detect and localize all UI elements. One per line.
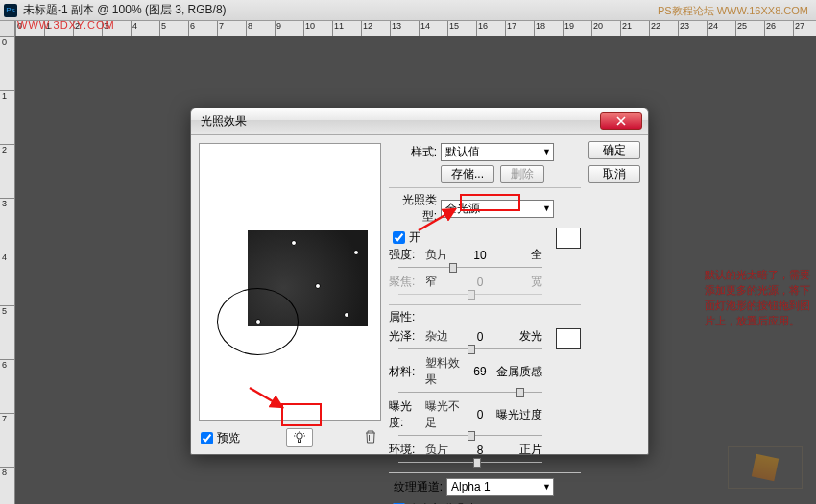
properties-label: 属性: [389, 309, 581, 325]
focus-value: 0 [468, 276, 492, 289]
annotation-text: 默认的光太暗了，需要添加更多的光源，将下面灯泡形的按钮拖到图片上，放置后应用。 [705, 267, 810, 328]
preview-pane[interactable] [199, 143, 381, 421]
texture-select[interactable]: Alpha 1▼ [446, 478, 554, 496]
dialog-title: 光照效果 [201, 113, 247, 130]
ambience-right: 正片 [492, 442, 542, 458]
ruler-corner [0, 21, 15, 36]
preview-checkbox[interactable] [201, 432, 213, 444]
white-high-label: 白色部分凸出 [409, 501, 478, 505]
exposure-left: 曝光不足 [425, 398, 468, 431]
ambience-color-swatch[interactable] [556, 328, 581, 349]
cancel-button[interactable]: 取消 [588, 165, 640, 183]
material-left: 塑料效果 [425, 355, 468, 388]
chevron-down-icon: ▼ [542, 482, 551, 492]
chevron-down-icon: ▼ [542, 147, 551, 156]
watermark-right: PS教程论坛 WWW.16XX8.COM [658, 4, 808, 18]
ambience-left: 负片 [425, 442, 468, 458]
intensity-left: 负片 [425, 247, 468, 263]
material-right: 金属质感 [492, 364, 542, 380]
ps-icon: Ps [4, 4, 17, 17]
ok-button[interactable]: 确定 [588, 141, 640, 159]
preview-label: 预览 [217, 430, 240, 446]
gloss-label: 光泽: [389, 328, 425, 345]
exposure-value: 0 [468, 408, 492, 421]
focus-left: 窄 [425, 274, 468, 290]
style-select[interactable]: 默认值▼ [441, 143, 554, 161]
light-on-label: 开 [409, 229, 420, 246]
light-type-label: 光照类型: [389, 192, 441, 225]
light-type-select[interactable]: 全光源▼ [441, 200, 554, 218]
style-delete-button[interactable]: 删除 [500, 165, 544, 183]
ruler-vertical[interactable]: 012345678 [0, 36, 15, 504]
texture-label: 纹理通道: [389, 479, 446, 495]
lightbulb-icon [293, 431, 306, 444]
brand-logo [728, 446, 803, 489]
light-on-checkbox[interactable] [393, 231, 405, 244]
material-slider[interactable] [398, 388, 542, 397]
style-label: 样式: [389, 144, 441, 160]
material-value: 69 [468, 365, 492, 378]
gloss-slider[interactable] [398, 345, 542, 354]
light-center-handle[interactable] [255, 319, 261, 324]
focus-right: 宽 [492, 274, 542, 290]
texture-value: Alpha 1 [451, 480, 491, 493]
watermark-left: WWW.3DXY.COM [17, 19, 115, 31]
intensity-value: 10 [468, 249, 492, 262]
material-label: 材料: [389, 364, 425, 380]
exposure-slider[interactable] [398, 431, 542, 441]
light-color-swatch[interactable] [556, 228, 581, 249]
chevron-down-icon: ▼ [542, 204, 551, 213]
ambience-value: 8 [468, 444, 492, 457]
exposure-right: 曝光过度 [492, 407, 542, 423]
gloss-left: 杂边 [425, 328, 468, 345]
light-type-value: 全光源 [445, 201, 480, 217]
lighting-effects-dialog: 光照效果 预览 [190, 108, 649, 455]
ambience-label: 环境: [389, 442, 425, 458]
focus-label: 聚焦: [389, 274, 425, 290]
add-light-button[interactable] [286, 428, 313, 447]
focus-slider [398, 290, 542, 300]
ruler-horizontal[interactable]: 0123456789101112131415161718192021222324… [15, 21, 816, 36]
document-title: 未标题-1 副本 @ 100% (图层 3, RGB/8) [23, 2, 227, 18]
delete-light-button[interactable] [364, 429, 377, 447]
gloss-right: 发光 [492, 328, 542, 345]
intensity-label: 强度: [389, 247, 425, 263]
style-save-button[interactable]: 存储... [441, 165, 494, 183]
exposure-label: 曝光度: [389, 398, 425, 431]
dialog-titlebar[interactable]: 光照效果 [191, 108, 648, 135]
svg-point-2 [297, 433, 302, 439]
style-value: 默认值 [445, 144, 480, 160]
intensity-right: 全 [492, 247, 542, 263]
trash-icon [364, 429, 377, 444]
ambience-slider[interactable] [398, 458, 542, 468]
intensity-slider[interactable] [398, 263, 542, 273]
gloss-value: 0 [468, 330, 492, 344]
dialog-close-button[interactable] [600, 112, 642, 130]
close-icon [616, 116, 626, 126]
